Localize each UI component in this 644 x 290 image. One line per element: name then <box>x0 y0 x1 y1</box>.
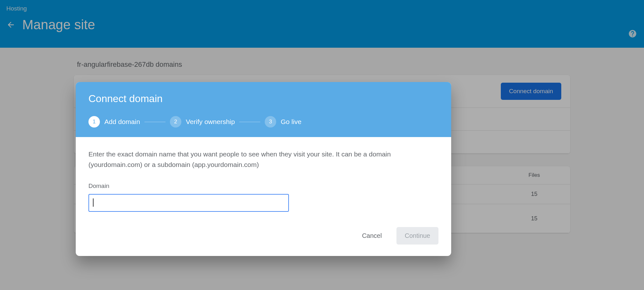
dialog-body: Enter the exact domain name that you wan… <box>76 137 451 221</box>
domain-input[interactable] <box>88 194 289 212</box>
text-cursor <box>93 198 94 207</box>
step-divider <box>239 122 260 122</box>
dialog-title: Connect domain <box>88 93 438 105</box>
stepper: 1 Add domain 2 Verify ownership 3 Go liv… <box>88 116 438 128</box>
domain-input-label: Domain <box>88 183 438 190</box>
step-label: Go live <box>281 118 301 126</box>
step-label: Verify ownership <box>186 118 235 126</box>
step-go-live: 3 Go live <box>265 116 301 128</box>
dialog-actions: Cancel Continue <box>76 221 451 256</box>
step-divider <box>144 122 165 122</box>
step-verify-ownership: 2 Verify ownership <box>170 116 235 128</box>
step-number: 3 <box>265 116 276 128</box>
step-label: Add domain <box>104 118 140 126</box>
step-number: 2 <box>170 116 181 128</box>
dialog-description: Enter the exact domain name that you wan… <box>88 149 423 170</box>
cancel-button[interactable]: Cancel <box>356 228 388 244</box>
step-add-domain: 1 Add domain <box>88 116 140 128</box>
connect-domain-dialog: Connect domain 1 Add domain 2 Verify own… <box>76 82 451 256</box>
continue-button[interactable]: Continue <box>396 227 438 245</box>
dialog-header: Connect domain 1 Add domain 2 Verify own… <box>76 82 451 137</box>
step-number: 1 <box>88 116 100 128</box>
